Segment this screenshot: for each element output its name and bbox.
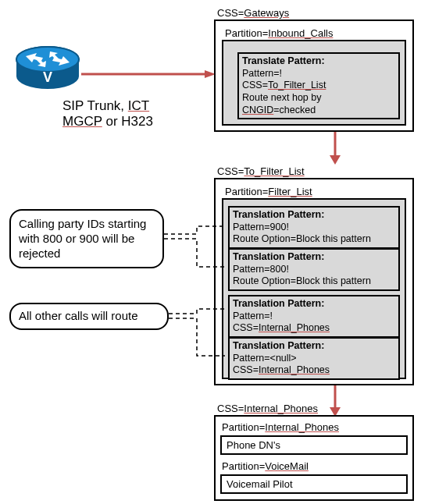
svg-point-1 bbox=[16, 47, 79, 72]
css-gateways-label: CSS=Gateways bbox=[217, 7, 289, 19]
arrow-filter-to-phones bbox=[330, 385, 341, 417]
partition-voicemail-label: Partition=VoiceMail bbox=[222, 460, 309, 472]
svg-text:V: V bbox=[43, 69, 52, 85]
router-icon: V bbox=[14, 45, 81, 92]
trunk-type-label: SIP Trunk, ICT MGCP or H323 bbox=[62, 98, 153, 130]
partition-internal-phones-label: Partition=Internal_Phones bbox=[222, 421, 339, 433]
css-internal-phones-box: CSS=Internal_Phones Partition=Internal_P… bbox=[214, 415, 414, 501]
css-internal-phones-label: CSS=Internal_Phones bbox=[217, 403, 318, 414]
connector-speech2 bbox=[169, 309, 225, 362]
partition-filter-list-box: Partition=Filter_List Translation Patter… bbox=[222, 198, 406, 379]
translate-pattern-box: Translate Pattern: Pattern=! CSS=To_Filt… bbox=[237, 52, 400, 119]
partition-filter-list-label: Partition=Filter_List bbox=[225, 186, 312, 197]
translation-pattern-800: Translation Pattern: Pattern=800! Route … bbox=[228, 248, 400, 291]
arrow-router-to-gateways bbox=[81, 70, 216, 78]
translation-pattern-900: Translation Pattern: Pattern=900! Route … bbox=[228, 206, 400, 249]
speech-rejected: Calling party IDs starting with 800 or 9… bbox=[9, 209, 164, 268]
css-filter-box: CSS=To_Filter_List Partition=Filter_List… bbox=[214, 178, 414, 385]
translation-pattern-null: Translation Pattern: Pattern=<null> CSS=… bbox=[228, 337, 400, 380]
css-gateways-box: CSS=Gateways Partition=Inbound_Calls Tra… bbox=[214, 20, 414, 132]
pattern-line: Pattern=! bbox=[242, 68, 282, 79]
partition-inbound-calls-label: Partition=Inbound_Calls bbox=[225, 27, 333, 39]
pattern-title: Translate Pattern: bbox=[242, 55, 325, 66]
pattern-line: Route next hop by CNGID=checked bbox=[242, 92, 321, 115]
svg-marker-6 bbox=[330, 155, 341, 165]
arrow-gateways-to-filter bbox=[330, 132, 341, 165]
phone-dns-box: Phone DN's bbox=[220, 435, 408, 455]
speech-route: All other calls will route bbox=[9, 303, 169, 330]
translation-pattern-any: Translation Pattern: Pattern=! CSS=Inter… bbox=[228, 295, 400, 338]
pattern-line: CSS=To_Filter_List bbox=[242, 80, 326, 91]
connector-speech1 bbox=[164, 226, 225, 270]
partition-inbound-calls-box: Partition=Inbound_Calls Translate Patter… bbox=[222, 40, 406, 126]
voicemail-pilot-box: Voicemail Pilot bbox=[220, 474, 408, 494]
css-filter-label: CSS=To_Filter_List bbox=[217, 165, 305, 177]
